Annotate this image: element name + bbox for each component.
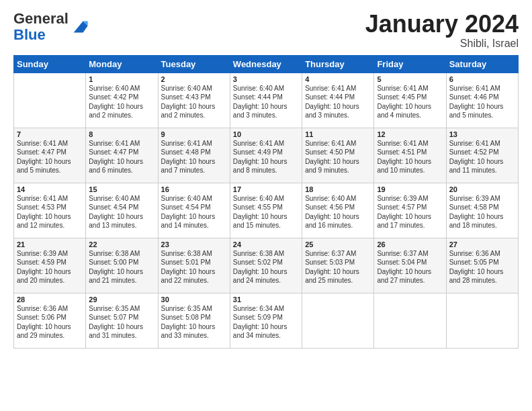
day-number: 8: [89, 130, 154, 138]
day-number: 13: [449, 130, 515, 138]
logo-icon: [70, 17, 89, 36]
day-number: 12: [377, 130, 443, 138]
day-header-tuesday: Tuesday: [158, 55, 230, 73]
calendar-cell: 4Sunrise: 6:41 AM Sunset: 4:44 PM Daylig…: [302, 73, 374, 128]
calendar-cell: 2Sunrise: 6:40 AM Sunset: 4:43 PM Daylig…: [158, 73, 230, 128]
day-number: 4: [305, 75, 371, 83]
day-info: Sunrise: 6:37 AM Sunset: 5:03 PM Dayligh…: [305, 249, 371, 285]
day-number: 3: [233, 75, 299, 83]
header-row: SundayMondayTuesdayWednesdayThursdayFrid…: [14, 55, 519, 73]
week-row-2: 7Sunrise: 6:41 AM Sunset: 4:47 PM Daylig…: [14, 128, 519, 183]
day-header-monday: Monday: [86, 55, 158, 73]
day-number: 1: [89, 75, 154, 83]
day-number: 18: [305, 185, 371, 193]
day-info: Sunrise: 6:40 AM Sunset: 4:56 PM Dayligh…: [305, 194, 371, 230]
calendar-cell: 26Sunrise: 6:37 AM Sunset: 5:04 PM Dayli…: [374, 238, 446, 293]
day-number: 5: [377, 75, 443, 83]
day-number: 29: [89, 295, 154, 304]
day-info: Sunrise: 6:39 AM Sunset: 4:59 PM Dayligh…: [17, 249, 83, 285]
calendar-cell: 17Sunrise: 6:40 AM Sunset: 4:55 PM Dayli…: [230, 183, 302, 238]
day-header-friday: Friday: [374, 55, 446, 73]
calendar-cell: 23Sunrise: 6:38 AM Sunset: 5:01 PM Dayli…: [158, 238, 230, 293]
day-info: Sunrise: 6:39 AM Sunset: 4:57 PM Dayligh…: [377, 194, 443, 230]
calendar-cell: 10Sunrise: 6:41 AM Sunset: 4:49 PM Dayli…: [230, 128, 302, 183]
calendar-cell: 13Sunrise: 6:41 AM Sunset: 4:52 PM Dayli…: [446, 128, 518, 183]
day-header-wednesday: Wednesday: [230, 55, 302, 73]
month-title: January 2024: [365, 11, 519, 38]
logo: General Blue: [13, 11, 89, 43]
day-number: 21: [17, 240, 83, 248]
day-info: Sunrise: 6:36 AM Sunset: 5:05 PM Dayligh…: [449, 249, 515, 285]
day-info: Sunrise: 6:41 AM Sunset: 4:50 PM Dayligh…: [305, 139, 371, 175]
calendar-cell: 5Sunrise: 6:41 AM Sunset: 4:45 PM Daylig…: [374, 73, 446, 128]
day-number: 2: [161, 75, 227, 83]
day-info: Sunrise: 6:41 AM Sunset: 4:47 PM Dayligh…: [89, 139, 154, 175]
calendar-cell: 15Sunrise: 6:40 AM Sunset: 4:54 PM Dayli…: [86, 183, 158, 238]
calendar-cell: 7Sunrise: 6:41 AM Sunset: 4:47 PM Daylig…: [14, 128, 86, 183]
day-info: Sunrise: 6:38 AM Sunset: 5:01 PM Dayligh…: [161, 249, 227, 285]
calendar-cell: 3Sunrise: 6:40 AM Sunset: 4:44 PM Daylig…: [230, 73, 302, 128]
day-info: Sunrise: 6:40 AM Sunset: 4:54 PM Dayligh…: [89, 194, 154, 230]
day-info: Sunrise: 6:41 AM Sunset: 4:46 PM Dayligh…: [449, 84, 515, 120]
day-number: 19: [377, 185, 443, 193]
location: Shibli, Israel: [365, 38, 519, 50]
day-info: Sunrise: 6:40 AM Sunset: 4:54 PM Dayligh…: [161, 194, 227, 230]
calendar-cell: [14, 73, 86, 128]
day-number: 22: [89, 240, 154, 248]
day-info: Sunrise: 6:41 AM Sunset: 4:47 PM Dayligh…: [17, 139, 83, 175]
day-number: 10: [233, 130, 299, 138]
day-info: Sunrise: 6:37 AM Sunset: 5:04 PM Dayligh…: [377, 249, 443, 285]
calendar-cell: 24Sunrise: 6:38 AM Sunset: 5:02 PM Dayli…: [230, 238, 302, 293]
day-header-saturday: Saturday: [446, 55, 518, 73]
calendar-cell: [446, 293, 518, 348]
day-info: Sunrise: 6:41 AM Sunset: 4:44 PM Dayligh…: [305, 84, 371, 120]
day-number: 28: [17, 295, 83, 304]
calendar-cell: 25Sunrise: 6:37 AM Sunset: 5:03 PM Dayli…: [302, 238, 374, 293]
logo-text: General Blue: [13, 11, 89, 43]
day-number: 24: [233, 240, 299, 248]
calendar-cell: 21Sunrise: 6:39 AM Sunset: 4:59 PM Dayli…: [14, 238, 86, 293]
calendar-cell: 18Sunrise: 6:40 AM Sunset: 4:56 PM Dayli…: [302, 183, 374, 238]
calendar-table: SundayMondayTuesdayWednesdayThursdayFrid…: [13, 55, 519, 349]
day-number: 23: [161, 240, 227, 248]
day-number: 16: [161, 185, 227, 193]
calendar-cell: 19Sunrise: 6:39 AM Sunset: 4:57 PM Dayli…: [374, 183, 446, 238]
day-number: 26: [377, 240, 443, 248]
logo-general: General: [13, 10, 69, 27]
day-number: 6: [449, 75, 515, 83]
day-info: Sunrise: 6:39 AM Sunset: 4:58 PM Dayligh…: [449, 194, 515, 230]
calendar-cell: 1Sunrise: 6:40 AM Sunset: 4:42 PM Daylig…: [86, 73, 158, 128]
calendar-cell: 12Sunrise: 6:41 AM Sunset: 4:51 PM Dayli…: [374, 128, 446, 183]
day-info: Sunrise: 6:35 AM Sunset: 5:08 PM Dayligh…: [161, 304, 227, 340]
day-info: Sunrise: 6:41 AM Sunset: 4:53 PM Dayligh…: [17, 194, 83, 230]
page: General Blue January 2024 Shibli, Israel: [0, 0, 532, 355]
week-row-5: 28Sunrise: 6:36 AM Sunset: 5:06 PM Dayli…: [14, 293, 519, 348]
day-info: Sunrise: 6:35 AM Sunset: 5:07 PM Dayligh…: [89, 304, 154, 340]
day-number: 17: [233, 185, 299, 193]
day-number: 30: [161, 295, 227, 304]
day-number: 20: [449, 185, 515, 193]
day-info: Sunrise: 6:36 AM Sunset: 5:06 PM Dayligh…: [17, 304, 83, 340]
calendar-cell: 30Sunrise: 6:35 AM Sunset: 5:08 PM Dayli…: [158, 293, 230, 348]
day-number: 14: [17, 185, 83, 193]
day-info: Sunrise: 6:38 AM Sunset: 5:02 PM Dayligh…: [233, 249, 299, 285]
day-info: Sunrise: 6:41 AM Sunset: 4:52 PM Dayligh…: [449, 139, 515, 175]
day-number: 25: [305, 240, 371, 248]
header: General Blue January 2024 Shibli, Israel: [13, 11, 519, 50]
day-info: Sunrise: 6:38 AM Sunset: 5:00 PM Dayligh…: [89, 249, 154, 285]
day-info: Sunrise: 6:41 AM Sunset: 4:45 PM Dayligh…: [377, 84, 443, 120]
calendar-cell: [374, 293, 446, 348]
title-area: January 2024 Shibli, Israel: [365, 11, 519, 50]
day-number: 31: [233, 295, 299, 304]
day-info: Sunrise: 6:40 AM Sunset: 4:55 PM Dayligh…: [233, 194, 299, 230]
calendar-cell: [302, 293, 374, 348]
day-header-sunday: Sunday: [14, 55, 86, 73]
calendar-cell: 14Sunrise: 6:41 AM Sunset: 4:53 PM Dayli…: [14, 183, 86, 238]
calendar-cell: 6Sunrise: 6:41 AM Sunset: 4:46 PM Daylig…: [446, 73, 518, 128]
day-number: 9: [161, 130, 227, 138]
week-row-3: 14Sunrise: 6:41 AM Sunset: 4:53 PM Dayli…: [14, 183, 519, 238]
calendar-cell: 29Sunrise: 6:35 AM Sunset: 5:07 PM Dayli…: [86, 293, 158, 348]
calendar-cell: 11Sunrise: 6:41 AM Sunset: 4:50 PM Dayli…: [302, 128, 374, 183]
day-info: Sunrise: 6:40 AM Sunset: 4:43 PM Dayligh…: [161, 84, 227, 120]
calendar-cell: 8Sunrise: 6:41 AM Sunset: 4:47 PM Daylig…: [86, 128, 158, 183]
